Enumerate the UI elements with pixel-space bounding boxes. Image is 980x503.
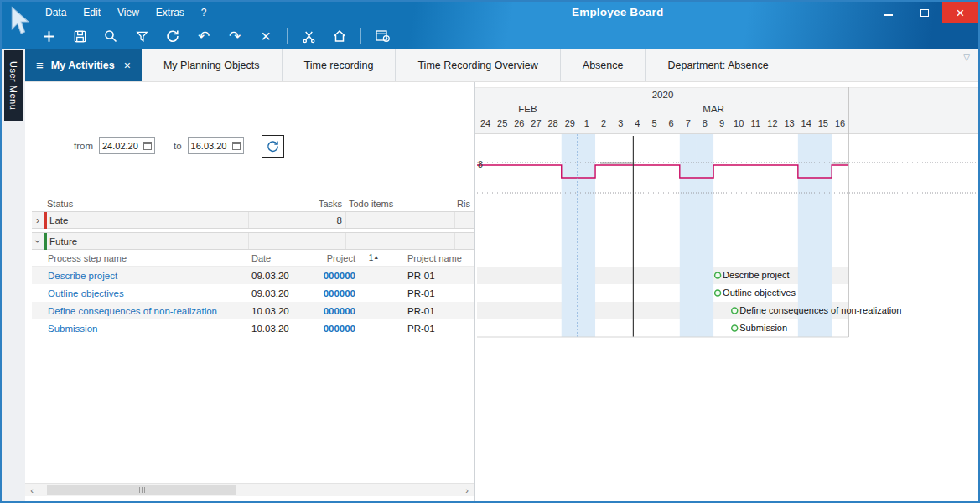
gantt-day-label: 6 xyxy=(663,118,680,128)
menu-extras[interactable]: Extras xyxy=(148,5,193,20)
delete-button[interactable]: × xyxy=(256,26,276,46)
redo-button[interactable]: ↷ xyxy=(225,26,245,46)
process-step-link[interactable]: Outline objectives xyxy=(32,288,248,298)
add-button[interactable] xyxy=(39,26,59,46)
apply-period-refresh-button[interactable] xyxy=(262,135,284,158)
save-button[interactable] xyxy=(70,26,90,46)
col-date[interactable]: Date xyxy=(248,253,307,263)
scroll-right-arrow[interactable]: › xyxy=(460,484,474,496)
activities-grid: Status Tasks Todo items Ris › Late 8 xyxy=(32,195,474,337)
hamburger-icon[interactable]: ≡ xyxy=(36,58,44,72)
group-header-row: Status Tasks Todo items Ris xyxy=(32,195,474,211)
app-window: Data Edit View Extras ? Employee Board × xyxy=(0,0,980,503)
group-row-future[interactable]: › Future xyxy=(32,232,474,250)
tab-strip: ≡ My Activities × My Planning Objects Ti… xyxy=(25,49,978,82)
calendar-icon[interactable] xyxy=(232,142,241,150)
process-step-link[interactable]: Submission xyxy=(32,324,248,334)
search-button[interactable] xyxy=(101,26,121,46)
tools-button[interactable] xyxy=(298,26,319,46)
row-project-name: PR-01 xyxy=(386,324,474,334)
project-link[interactable]: 000000 xyxy=(307,324,362,334)
menu-help[interactable]: ? xyxy=(193,5,215,20)
col-status[interactable]: Status xyxy=(44,195,248,211)
project-link[interactable]: 000000 xyxy=(307,271,362,281)
project-link[interactable]: 000000 xyxy=(307,306,362,316)
menu-view[interactable]: View xyxy=(109,5,148,20)
toolbar-separator xyxy=(287,28,288,44)
process-step-link[interactable]: Define consequences of non-realization xyxy=(32,306,248,316)
col-tasks[interactable]: Tasks xyxy=(248,195,345,211)
table-row[interactable]: Submission 10.03.20 000000 PR-01 xyxy=(32,319,474,337)
minimize-icon xyxy=(884,14,893,16)
tab-department-absence[interactable]: Department: Absence xyxy=(646,49,791,81)
planning-board-button[interactable] xyxy=(372,26,392,46)
maximize-button[interactable] xyxy=(906,2,942,23)
table-row[interactable]: Define consequences of non-realization 1… xyxy=(32,302,474,319)
weekend-band xyxy=(680,134,697,337)
gantt-day-label: 25 xyxy=(494,118,511,128)
to-label: to xyxy=(174,141,182,151)
table-row[interactable]: Describe project 09.03.20 000000 PR-01 xyxy=(32,267,474,284)
detail-header-row: Process step name Date Project 1▲ Projec… xyxy=(32,250,474,267)
project-link[interactable]: 000000 xyxy=(307,288,362,298)
gantt-day-label: 28 xyxy=(545,118,562,128)
tab-absence[interactable]: Absence xyxy=(561,49,646,81)
tab-my-planning-objects[interactable]: My Planning Objects xyxy=(142,49,283,81)
group-row-late[interactable]: › Late 8 xyxy=(32,211,474,229)
weekend-band xyxy=(798,134,815,337)
tab-list-dropdown-icon[interactable]: ▽ xyxy=(963,53,970,62)
group-tasks-count: 8 xyxy=(248,212,345,228)
menu-data[interactable]: Data xyxy=(37,5,75,20)
milestone-label: Submission xyxy=(739,323,787,333)
lower-area: User Menu ≡ My Activities × My Planning … xyxy=(2,49,978,501)
from-date-input[interactable]: 24.02.20 xyxy=(99,137,155,154)
row-date: 09.03.20 xyxy=(248,271,307,281)
col-project-name[interactable]: Project name xyxy=(386,253,474,263)
tab-close-icon[interactable]: × xyxy=(124,59,131,72)
tab-label: Time Recording Overview xyxy=(417,60,537,71)
undo-button[interactable]: ↶ xyxy=(194,26,214,46)
scroll-left-arrow[interactable]: ‹ xyxy=(25,484,39,496)
gantt-day-label: 3 xyxy=(612,118,629,128)
tab-label: My Planning Objects xyxy=(163,60,260,71)
process-step-link[interactable]: Describe project xyxy=(32,271,248,281)
milestone-marker xyxy=(715,290,721,296)
tab-my-activities[interactable]: ≡ My Activities × xyxy=(25,49,142,81)
user-menu-tab[interactable]: User Menu xyxy=(4,50,23,121)
sort-indicator[interactable]: 1▲ xyxy=(362,253,386,262)
gantt-day-label: 11 xyxy=(747,118,764,128)
col-process-step-name[interactable]: Process step name xyxy=(32,253,248,263)
calendar-icon[interactable] xyxy=(143,142,152,150)
filter-button[interactable] xyxy=(132,26,152,46)
tab-time-recording-overview[interactable]: Time Recording Overview xyxy=(396,49,560,81)
home-button[interactable] xyxy=(329,26,350,46)
gantt-row-stripe xyxy=(477,267,848,284)
gantt-canvas: 8Describe projectOutline objectivesDefin… xyxy=(475,82,978,501)
menu-edit[interactable]: Edit xyxy=(75,5,109,20)
tab-time-recording[interactable]: Time recording xyxy=(283,49,397,81)
col-risks[interactable]: Ris xyxy=(454,195,474,211)
col-todo-items[interactable]: Todo items xyxy=(345,195,454,211)
gantt-day-label: 1 xyxy=(578,118,595,128)
row-date: 10.03.20 xyxy=(248,324,307,334)
table-row[interactable]: Outline objectives 09.03.20 000000 PR-01 xyxy=(32,284,474,302)
milestone-marker xyxy=(732,325,738,331)
milestone-marker xyxy=(715,272,721,278)
minimize-button[interactable] xyxy=(870,2,906,23)
maximize-icon xyxy=(920,9,929,17)
gantt-month-label: MAR xyxy=(578,104,848,114)
group-risks-count xyxy=(454,212,474,228)
collapse-chevron-icon[interactable]: › xyxy=(32,236,44,247)
capacity-value-label: 8 xyxy=(478,159,483,169)
titlebar: Data Edit View Extras ? Employee Board × xyxy=(2,2,978,23)
expand-chevron-icon[interactable]: › xyxy=(32,215,44,226)
group-label: Late xyxy=(49,215,68,226)
to-date-input[interactable]: 16.03.20 xyxy=(188,137,244,154)
gantt-day-label: 7 xyxy=(680,118,697,128)
scrollbar-thumb[interactable] xyxy=(47,485,236,495)
close-button[interactable]: × xyxy=(942,2,978,23)
weekend-band xyxy=(815,134,832,337)
horizontal-scrollbar[interactable]: ‹ › xyxy=(25,483,474,496)
refresh-button[interactable] xyxy=(163,26,183,46)
col-project[interactable]: Project xyxy=(307,253,362,263)
